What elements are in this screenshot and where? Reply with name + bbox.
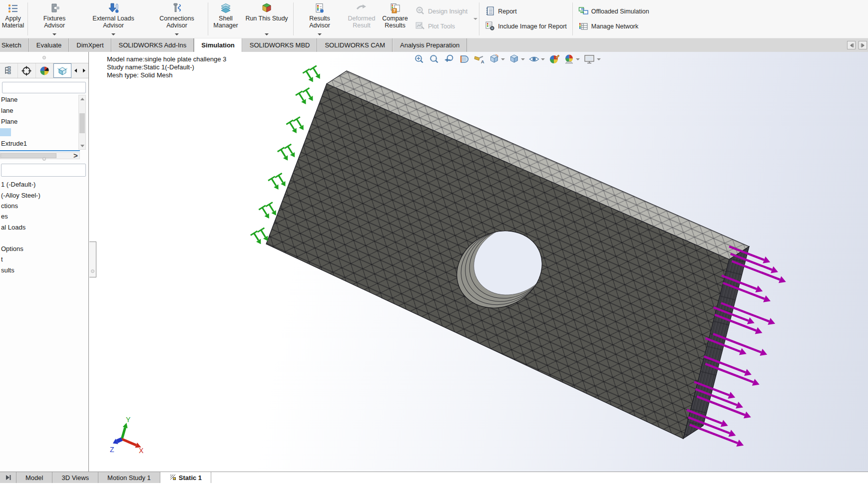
deformed-result-icon bbox=[356, 1, 368, 15]
tab-sketch[interactable]: Sketch bbox=[0, 38, 29, 52]
offloaded-simulation-button[interactable]: Offloaded Simulation bbox=[578, 6, 649, 17]
hide-show-items-icon[interactable] bbox=[528, 53, 545, 65]
fixtures-advisor-caret[interactable] bbox=[52, 33, 56, 35]
tab-static-1[interactable]: Static 1 bbox=[160, 472, 211, 483]
compare-results-icon: ? bbox=[389, 1, 401, 15]
study-item-fixtures[interactable]: es bbox=[1, 212, 8, 222]
tab-evaluate[interactable]: Evaluate bbox=[29, 38, 69, 52]
include-image-for-report-button[interactable]: Include Image for Report bbox=[485, 21, 567, 32]
apply-material-button[interactable]: Apply Material bbox=[0, 0, 26, 38]
group-separator bbox=[208, 2, 208, 35]
view-orientation-icon[interactable] bbox=[488, 53, 505, 65]
display-style-caret[interactable] bbox=[521, 58, 525, 60]
hide-show-items-caret[interactable] bbox=[541, 58, 545, 60]
edit-appearance-icon[interactable] bbox=[548, 53, 560, 65]
model-name-line: Model name:single hole plate challenge 3 bbox=[107, 55, 226, 63]
fixtures-advisor-button[interactable]: Fixtures Advisor bbox=[29, 0, 79, 38]
zoom-to-fit-icon[interactable] bbox=[414, 53, 425, 65]
tab-solidworks-add-ins[interactable]: SOLIDWORKS Add-Ins bbox=[111, 38, 194, 52]
panel-collapse-handle[interactable] bbox=[89, 242, 96, 277]
tab-solidworks-mbd[interactable]: SOLIDWORKS MBD bbox=[242, 38, 318, 52]
compare-results-button[interactable]: ? Compare Results bbox=[379, 0, 411, 38]
configurationmanager-tab[interactable] bbox=[53, 63, 71, 78]
apply-scene-icon[interactable] bbox=[563, 53, 580, 65]
study-item-connections[interactable]: ctions bbox=[1, 201, 18, 211]
tree-item-extrude1[interactable]: Extrude1 bbox=[1, 139, 27, 149]
apply-scene-caret[interactable] bbox=[576, 58, 580, 60]
tree-item-plane-2[interactable]: lane bbox=[1, 106, 13, 116]
offloaded-simulation-label: Offloaded Simulation bbox=[591, 8, 649, 15]
display-style-icon[interactable] bbox=[508, 53, 525, 65]
fixtures-advisor-label: Fixtures Advisor bbox=[32, 15, 76, 29]
connections-advisor-button[interactable]: Connections Advisor bbox=[147, 0, 206, 38]
displaymanager-tab[interactable] bbox=[36, 63, 54, 78]
offloaded-simulation-icon bbox=[578, 6, 588, 17]
study-item-results[interactable]: sults bbox=[1, 265, 14, 275]
tab-3d-views[interactable]: 3D Views bbox=[52, 472, 98, 483]
results-advisor-button[interactable]: Results Advisor bbox=[295, 0, 344, 38]
tree-item-selected[interactable] bbox=[0, 128, 11, 136]
report-button[interactable]: Report bbox=[485, 6, 567, 17]
group-separator bbox=[27, 2, 28, 35]
scroll-up-arrow[interactable] bbox=[79, 95, 85, 102]
results-advisor-caret[interactable] bbox=[318, 33, 322, 35]
run-this-study-button[interactable]: Run This Study bbox=[242, 0, 292, 38]
view-settings-icon[interactable] bbox=[583, 53, 601, 65]
svg-text:?: ? bbox=[393, 8, 396, 13]
external-loads-advisor-button[interactable]: External Loads Advisor bbox=[79, 0, 147, 38]
run-this-study-icon bbox=[261, 1, 273, 15]
tree-item-plane-1[interactable]: Plane bbox=[1, 95, 17, 105]
results-advisor-label: Results Advisor bbox=[298, 15, 341, 29]
tab-solidworks-cam[interactable]: SOLIDWORKS CAM bbox=[317, 38, 393, 52]
triad-x-axis bbox=[122, 439, 136, 445]
connections-advisor-caret[interactable] bbox=[175, 33, 179, 35]
tab-scroll-button[interactable] bbox=[0, 472, 16, 483]
meshed-plate[interactable] bbox=[266, 71, 749, 439]
study-item-result-options[interactable]: Options bbox=[1, 244, 23, 254]
study-tree-header-box bbox=[1, 164, 86, 177]
triad-y-label: Y bbox=[126, 416, 131, 424]
study-item-study-name[interactable]: 1 (-Default-) bbox=[1, 180, 35, 190]
view-orientation-caret[interactable] bbox=[501, 58, 505, 60]
tab-analysis-preparation[interactable]: Analysis Preparation bbox=[393, 38, 467, 52]
panel-splitter-handle-2[interactable] bbox=[0, 157, 88, 161]
manager-tab-strip bbox=[0, 63, 88, 78]
scroll-down-arrow[interactable] bbox=[79, 142, 85, 149]
tree-item-plane-3[interactable]: Plane bbox=[1, 117, 17, 127]
manager-tab-scroll-right[interactable] bbox=[80, 63, 88, 78]
external-loads-advisor-caret[interactable] bbox=[111, 33, 115, 35]
tree-selection-underline bbox=[0, 150, 80, 151]
heads-up-view-toolbar: A bbox=[414, 53, 601, 65]
feature-tree-vscrollbar[interactable] bbox=[78, 95, 86, 150]
panel-splitter-handle[interactable] bbox=[0, 56, 88, 59]
design-insight-button: Design Insight bbox=[415, 6, 467, 17]
manage-network-button[interactable]: Manage Network bbox=[578, 21, 649, 32]
graphics-viewport[interactable]: Model name:single hole plate challenge 3… bbox=[89, 52, 868, 472]
manager-tab-scroll-left[interactable] bbox=[71, 63, 80, 78]
shell-manager-icon bbox=[220, 1, 232, 15]
tab-motion-study-1[interactable]: Motion Study 1 bbox=[98, 472, 160, 483]
propertymanager-tab[interactable] bbox=[18, 63, 36, 78]
previous-view-icon[interactable] bbox=[443, 53, 455, 65]
pin-ribbon-button[interactable] bbox=[847, 41, 856, 49]
run-this-study-caret[interactable] bbox=[265, 33, 269, 35]
study-item-7[interactable]: t bbox=[1, 254, 3, 264]
shell-manager-button[interactable]: Shell Manager bbox=[210, 0, 242, 38]
model-canvas[interactable]: Y X Z bbox=[89, 52, 868, 472]
study-item-material[interactable]: (-Alloy Steel-) bbox=[1, 191, 40, 201]
zoom-to-area-icon[interactable] bbox=[429, 53, 440, 65]
section-view-icon[interactable] bbox=[458, 53, 470, 65]
study-item-external-loads[interactable]: al Loads bbox=[1, 223, 25, 233]
include-image-for-report-label: Include Image for Report bbox=[498, 23, 567, 30]
scrollbar-thumb[interactable] bbox=[79, 113, 85, 133]
triad-z-axis bbox=[117, 439, 122, 442]
view-settings-caret[interactable] bbox=[597, 58, 601, 60]
featuremanager-tree-tab[interactable] bbox=[0, 63, 18, 78]
collapse-ribbon-button[interactable] bbox=[859, 41, 867, 49]
tab-simulation[interactable]: Simulation bbox=[194, 38, 242, 52]
tab-model[interactable]: Model bbox=[16, 472, 52, 483]
include-image-for-report-icon bbox=[485, 21, 495, 32]
plot-tools-caret[interactable] bbox=[473, 18, 477, 20]
tab-dimxpert[interactable]: DimXpert bbox=[69, 38, 111, 52]
dynamic-annotation-views-icon[interactable]: A bbox=[473, 53, 485, 65]
